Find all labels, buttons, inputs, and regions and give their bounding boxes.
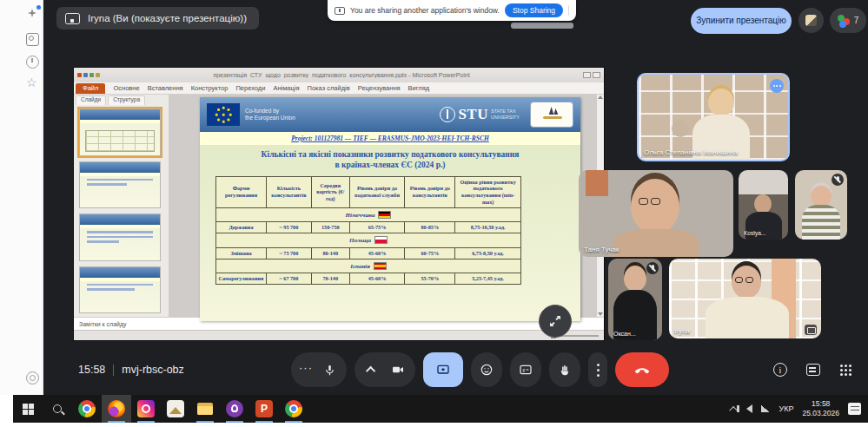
ribbon-tab-home[interactable]: Основне	[113, 84, 139, 92]
mic-muted-icon	[832, 174, 844, 186]
meet-stage: Iryna (Ви (показуєте презентацію)) You a…	[43, 0, 868, 395]
stu-emblem-icon	[440, 107, 455, 122]
taskbar-app-powerpoint[interactable]: P	[249, 395, 279, 423]
participant-body	[613, 229, 699, 257]
viber-icon	[226, 400, 243, 417]
video-tile-olha[interactable]: Ольга Степанівна Іванишина	[637, 73, 790, 161]
ribbon-tab-review[interactable]: Рецензування	[358, 84, 401, 92]
screenshot-icon[interactable]	[26, 33, 39, 46]
ppt-ribbon-tabs: Файл Основне Вставлення Конструктор Пере…	[74, 82, 604, 95]
mic-icon[interactable]	[316, 364, 342, 377]
taskbar-search-button[interactable]	[43, 395, 72, 423]
end-call-button[interactable]	[615, 352, 669, 387]
video-tile-iryna[interactable]: Iryna	[669, 259, 821, 338]
mic-control-pill[interactable]: ···	[291, 352, 347, 387]
ribbon-tab-insert[interactable]: Вставлення	[148, 84, 183, 92]
stu-sub1: STATE TAX	[491, 108, 516, 114]
zoom-slider[interactable]	[559, 335, 599, 337]
video-tile-tanya[interactable]: Таня Тучак	[579, 170, 733, 257]
backgrounds-effects-button[interactable]	[798, 8, 824, 33]
mic-options-icon[interactable]: ···	[295, 361, 316, 379]
captions-button[interactable]	[510, 352, 541, 387]
camera-icon[interactable]	[385, 363, 411, 377]
ribbon-tab-file[interactable]: Файл	[76, 83, 105, 94]
share-banner-text: You are sharing another application's wi…	[350, 6, 500, 15]
instagram-icon	[137, 400, 155, 417]
slide-table: Форми регулювання Кількість консультанті…	[215, 176, 521, 286]
screenshot-root: ☆ Iryna (Ви (показуєте презентацію)) You…	[0, 0, 868, 427]
network-icon[interactable]	[761, 405, 770, 412]
taskbar-app-instagram[interactable]	[131, 395, 161, 423]
eu-funding-line2: the European Union	[245, 115, 295, 121]
close-button[interactable]	[593, 72, 600, 78]
meeting-time: 15:58	[78, 364, 105, 376]
taskbar-app-chrome-2[interactable]	[279, 395, 308, 423]
minimize-button[interactable]	[583, 72, 591, 78]
taskbar-app-firefox[interactable]	[102, 395, 131, 423]
country-row-poland: Польща	[216, 233, 521, 248]
screen-share-indicator-icon	[805, 325, 817, 335]
taskbar-app-explorer[interactable]	[190, 395, 220, 423]
slide-thumbnail-selected[interactable]	[79, 108, 161, 156]
reactions-button[interactable]	[471, 352, 502, 387]
participant-count: 7	[854, 16, 859, 25]
file-explorer-icon	[196, 400, 214, 417]
chrome-share-banner: You are sharing another application's wi…	[328, 0, 576, 21]
raise-hand-button[interactable]	[549, 352, 580, 387]
video-tile-participant[interactable]	[795, 170, 847, 240]
participant-face	[708, 89, 734, 116]
camera-options-chevron-icon[interactable]	[359, 366, 385, 373]
stop-presentation-button[interactable]: Зупинити презентацію	[691, 8, 792, 34]
ppt-window-title: презентація_СТУ_щодо_розвитку_податковог…	[102, 72, 581, 78]
taskbar-app-viber[interactable]	[220, 395, 249, 423]
background-tile-icon	[805, 15, 817, 26]
camera-control-pill[interactable]	[354, 352, 415, 387]
bookmark-star-icon[interactable]: ☆	[26, 76, 39, 89]
expand-presentation-button[interactable]	[539, 305, 572, 338]
more-options-button[interactable]	[588, 352, 607, 387]
ribbon-tab-design[interactable]: Конструктор	[191, 84, 229, 92]
tile-options-button[interactable]	[770, 79, 784, 93]
present-screen-icon	[65, 13, 80, 24]
mic-muted-icon	[646, 262, 659, 274]
history-icon[interactable]	[26, 56, 39, 69]
participant-face	[672, 120, 689, 137]
taskbar-app-chrome[interactable]	[72, 395, 102, 423]
present-now-button-active[interactable]	[423, 352, 463, 387]
ribbon-tab-slideshow[interactable]: Показ слайдів	[308, 84, 350, 92]
taskbar-clock[interactable]: 15:58 25.03.2026	[802, 399, 839, 417]
volume-icon[interactable]	[746, 404, 752, 413]
ribbon-tab-animations[interactable]: Анімація	[273, 84, 299, 92]
windows-taskbar: P УКР 15:58 25.03.2026	[13, 395, 868, 423]
participants-badge[interactable]: 7	[830, 8, 866, 33]
video-tile-kostya[interactable]: Kostya...	[739, 170, 788, 240]
meeting-details-icon[interactable]: i	[773, 363, 787, 377]
chat-icon[interactable]	[806, 364, 820, 376]
settings-gear-icon[interactable]	[26, 371, 39, 384]
ai-sparkle-icon[interactable]	[26, 7, 39, 20]
video-tile-oksana[interactable]: Оксан...	[608, 259, 662, 340]
activities-grid-icon[interactable]	[839, 364, 852, 377]
ppt-titlebar: презентація_СТУ_щодо_розвитку_податковог…	[74, 68, 604, 82]
taskbar-app-photos[interactable]	[161, 395, 190, 423]
panel-tab-outline[interactable]: Структура	[108, 95, 145, 105]
system-tray: УКР 15:58 25.03.2026	[732, 399, 868, 417]
table-header-row: Форми регулювання Кількість консультанті…	[216, 176, 521, 207]
stop-sharing-button[interactable]: Stop Sharing	[505, 3, 563, 17]
slide-thumbnail[interactable]	[79, 266, 161, 314]
glasses	[639, 198, 660, 205]
panel-tab-slides[interactable]: Слайди	[76, 95, 106, 105]
ribbon-tab-view[interactable]: Вигляд	[408, 84, 430, 92]
ribbon-tab-transitions[interactable]: Переходи	[235, 84, 265, 92]
redo-icon	[96, 73, 100, 77]
language-indicator[interactable]: УКР	[779, 404, 793, 413]
banner-divider	[568, 5, 569, 16]
action-center-icon[interactable]	[848, 403, 861, 415]
eu-funding-line1: Co-funded by	[245, 108, 279, 114]
country-row-germany: Німеччина	[216, 207, 521, 222]
poland-flag-icon	[374, 236, 388, 244]
start-button[interactable]	[13, 395, 43, 423]
slide-thumbnail[interactable]	[79, 214, 161, 261]
slide-thumbnail[interactable]	[79, 161, 161, 209]
country-row-spain: Іспанія	[216, 259, 521, 273]
